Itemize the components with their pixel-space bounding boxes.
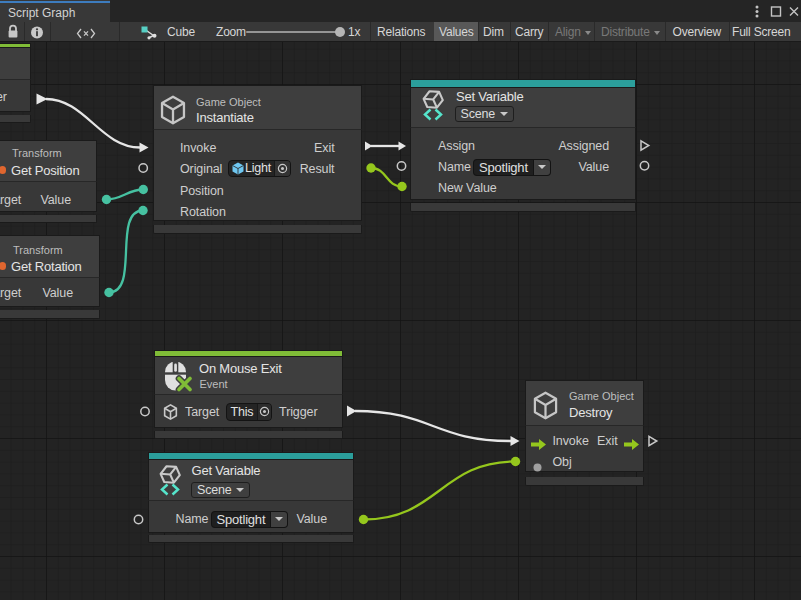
- gameobject-blue-cube-icon: [232, 162, 244, 175]
- variable-name-value: Spotlight: [212, 512, 271, 528]
- overview-button[interactable]: Overview: [673, 25, 721, 39]
- lock-icon[interactable]: [6, 24, 20, 44]
- chevron-down-icon: [236, 488, 244, 492]
- close-icon[interactable]: [785, 0, 801, 22]
- port-getrotation-value-out[interactable]: [104, 288, 113, 297]
- transform-node-icon: [0, 166, 6, 173]
- toolbar-separator: [478, 22, 479, 41]
- game-object-cube-icon: [159, 95, 187, 129]
- distribute-button[interactable]: Distribute: [601, 25, 660, 39]
- variable-scope-dropdown[interactable]: Scene: [455, 106, 514, 122]
- values-button[interactable]: Values: [439, 25, 474, 39]
- node-category: Transform: [12, 147, 62, 159]
- variable-name-dropdown[interactable]: Spotlight: [473, 159, 551, 176]
- fullscreen-button[interactable]: Full Screen: [732, 25, 791, 39]
- position-label: Position: [180, 184, 224, 198]
- port-instantiate-rotation-in[interactable]: [138, 206, 147, 215]
- zoom-slider[interactable]: [246, 31, 337, 33]
- exit-label: Exit: [597, 434, 617, 448]
- node-title: On Mouse Exit: [199, 361, 282, 376]
- port-getvariable-value-out[interactable]: [359, 515, 368, 524]
- port-instantiate-result-out[interactable]: [366, 163, 375, 172]
- toolbar-separator: [548, 22, 549, 41]
- node-title: Set Variable: [456, 88, 523, 103]
- node-subtitle: Event: [200, 378, 228, 390]
- object-field-light[interactable]: Light: [228, 160, 291, 178]
- node-color-bar: [148, 452, 354, 459]
- game-object-cube-icon: [532, 391, 559, 424]
- wire-layer: [0, 42, 801, 600]
- tab-script-graph[interactable]: Script Graph: [0, 0, 110, 22]
- kebab-menu-icon[interactable]: [748, 0, 766, 22]
- port-setvariable-newvalue-in[interactable]: [397, 182, 406, 191]
- target-label: Target: [185, 405, 219, 419]
- value-dot-icon: [533, 458, 542, 476]
- chevron-down-icon: [500, 112, 508, 116]
- dim-button[interactable]: Dim: [483, 25, 504, 39]
- object-picker-icon[interactable]: [257, 404, 271, 420]
- carry-button[interactable]: Carry: [515, 25, 543, 39]
- node-footer: [410, 203, 636, 212]
- tab-strip: Script Graph: [0, 0, 801, 22]
- value-label: Value: [42, 286, 73, 300]
- zoom-label: Zoom: [216, 25, 246, 39]
- original-label: Original: [180, 162, 222, 176]
- graph-target-label[interactable]: Cube: [167, 25, 195, 39]
- tab-title: Script Graph: [8, 6, 75, 20]
- node-title: Destroy: [569, 404, 612, 419]
- obj-label: Obj: [553, 455, 572, 469]
- graph-canvas[interactable]: Trigger Transform Get Position Target Va…: [0, 42, 801, 600]
- object-picker-icon[interactable]: [274, 161, 290, 177]
- distribute-label: Distribute: [601, 25, 650, 39]
- node-category: Transform: [13, 244, 63, 256]
- name-label: Name: [176, 512, 209, 526]
- value-label: Value: [40, 193, 71, 207]
- object-field-value: This: [231, 405, 254, 419]
- toolbar-separator: [50, 22, 51, 41]
- node-footer: [153, 225, 362, 234]
- transform-node-icon: [0, 262, 6, 269]
- node-title: Get Position: [11, 162, 79, 177]
- exit-label: Exit: [314, 141, 334, 155]
- toolbar-separator: [665, 22, 666, 41]
- mouse-exit-icon: [164, 360, 192, 396]
- variable-name-dropdown[interactable]: Spotlight: [211, 511, 289, 529]
- new-value-label: New Value: [438, 181, 497, 195]
- toolbar-separator: [594, 22, 595, 41]
- chevron-down-icon: [654, 31, 660, 35]
- zoom-slider-handle[interactable]: [335, 27, 345, 37]
- relations-button[interactable]: Relations: [377, 25, 425, 39]
- port-instantiate-position-in[interactable]: [139, 185, 148, 194]
- flow-arrow-icon: [624, 436, 639, 454]
- node-title: Get Rotation: [11, 258, 82, 273]
- name-label: Name: [438, 160, 471, 174]
- graph-toolbar: Cube Zoom 1x Relations Values Dim Carry …: [0, 22, 801, 42]
- tab-active-accent: [0, 1, 110, 3]
- target-label: Target: [0, 286, 21, 300]
- node-category: Game Object: [569, 390, 634, 402]
- maximize-icon[interactable]: [767, 0, 785, 22]
- object-field-value: Light: [245, 161, 271, 175]
- node-color-bar: [410, 79, 636, 87]
- chevron-down-icon: [271, 512, 287, 528]
- trigger-label: Trigger: [279, 405, 317, 419]
- invoke-label: Invoke: [553, 434, 589, 448]
- node-footer: [148, 535, 354, 544]
- info-icon[interactable]: [30, 25, 44, 44]
- align-label: Align: [555, 25, 581, 39]
- toolbar-separator: [510, 22, 511, 41]
- toolbar-separator: [370, 22, 371, 41]
- node-header: [0, 47, 31, 81]
- scope-value: Scene: [197, 483, 231, 497]
- variable-scope-dropdown[interactable]: Scene: [191, 482, 250, 498]
- port-destroy-obj-in[interactable]: [511, 457, 520, 466]
- rotation-label: Rotation: [180, 205, 226, 219]
- object-field-this[interactable]: This: [226, 403, 272, 421]
- assign-label: Assign: [438, 139, 475, 153]
- toolbar-separator: [119, 22, 120, 41]
- port-getposition-value-out[interactable]: [102, 195, 111, 204]
- result-label: Result: [300, 162, 335, 176]
- variable-name-value: Spotlight: [474, 160, 533, 175]
- align-button[interactable]: Align: [555, 25, 591, 39]
- node-footer: [154, 431, 343, 439]
